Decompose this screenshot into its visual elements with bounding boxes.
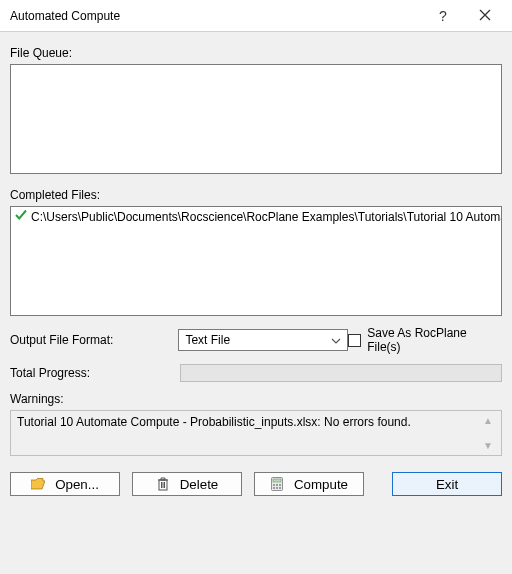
scroll-up-icon: ▲: [483, 415, 497, 426]
warnings-box: Tutorial 10 Automate Compute - Probabili…: [10, 410, 502, 456]
completed-files-label: Completed Files:: [10, 188, 502, 202]
dialog-client: File Queue: Completed Files: C:\Users\Pu…: [0, 32, 512, 512]
warnings-label: Warnings:: [10, 392, 502, 406]
output-format-label: Output File Format:: [10, 333, 178, 347]
exit-button-label: Exit: [436, 477, 458, 492]
save-as-rocplane-checkbox[interactable]: Save As RocPlane File(s): [348, 326, 502, 354]
file-queue-scroll[interactable]: [11, 65, 501, 173]
scroll-down-icon: ▼: [483, 440, 497, 451]
warnings-scrollbar[interactable]: ▲ ▼: [483, 415, 497, 451]
svg-point-7: [276, 487, 278, 489]
list-item[interactable]: C:\Users\Public\Documents\Rocscience\Roc…: [11, 207, 501, 226]
button-row: Open... Delete Compute Exit: [10, 472, 502, 502]
calculator-icon: [270, 477, 284, 491]
file-queue-label: File Queue:: [10, 46, 502, 60]
compute-button-label: Compute: [294, 477, 348, 492]
titlebar: Automated Compute ?: [0, 0, 512, 32]
window-title: Automated Compute: [10, 9, 422, 23]
completed-file-path: C:\Users\Public\Documents\Rocscience\Roc…: [31, 210, 501, 224]
close-button[interactable]: [464, 8, 506, 24]
checkmark-icon: [15, 209, 27, 224]
file-queue-listbox[interactable]: [10, 64, 502, 174]
svg-point-4: [276, 484, 278, 486]
svg-point-8: [279, 487, 281, 489]
delete-button[interactable]: Delete: [132, 472, 242, 496]
output-format-select[interactable]: Text File: [178, 329, 348, 351]
chevron-down-icon: [331, 335, 341, 346]
trash-icon: [156, 477, 170, 491]
output-format-row: Output File Format: Text File Save As Ro…: [10, 326, 502, 354]
checkbox-box: [348, 334, 361, 347]
svg-rect-2: [273, 479, 281, 482]
svg-point-5: [279, 484, 281, 486]
compute-button[interactable]: Compute: [254, 472, 364, 496]
close-icon: [479, 9, 491, 21]
total-progress-bar: [180, 364, 502, 382]
completed-files-scroll[interactable]: C:\Users\Public\Documents\Rocscience\Roc…: [11, 207, 501, 315]
total-progress-label: Total Progress:: [10, 366, 180, 380]
warnings-text: Tutorial 10 Automate Compute - Probabili…: [17, 415, 411, 429]
exit-button[interactable]: Exit: [392, 472, 502, 496]
svg-point-3: [273, 484, 275, 486]
output-format-value: Text File: [185, 333, 230, 347]
open-button-label: Open...: [55, 477, 99, 492]
svg-point-6: [273, 487, 275, 489]
help-button[interactable]: ?: [422, 8, 464, 24]
folder-open-icon: [31, 478, 45, 490]
save-as-label: Save As RocPlane File(s): [367, 326, 502, 354]
total-progress-row: Total Progress:: [10, 364, 502, 382]
delete-button-label: Delete: [180, 477, 219, 492]
completed-files-listbox[interactable]: C:\Users\Public\Documents\Rocscience\Roc…: [10, 206, 502, 316]
open-button[interactable]: Open...: [10, 472, 120, 496]
